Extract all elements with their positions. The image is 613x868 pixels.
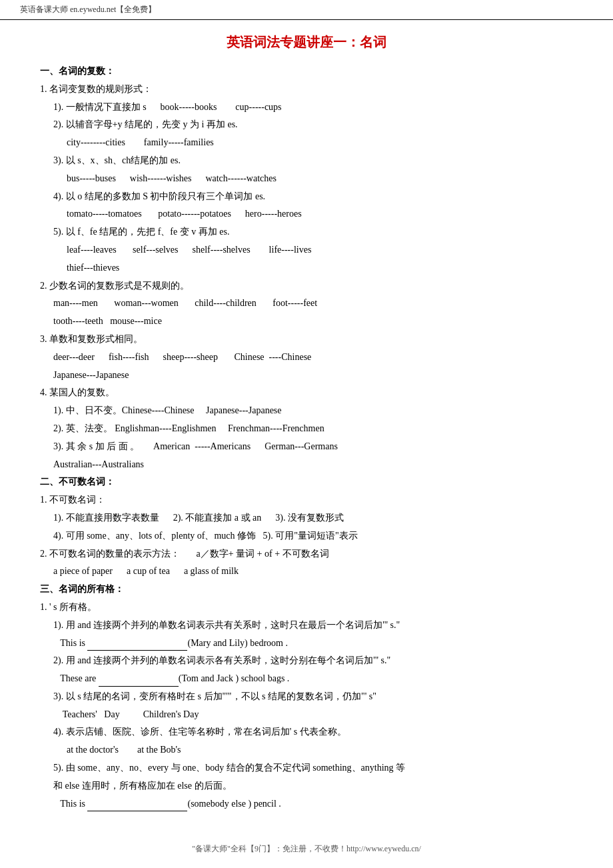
uncountable-amount-title: 2. 不可数名词的数量的表示方法： a／数字+ 量词 + of + 不可数名词 (40, 546, 573, 562)
header-bar: 英语备课大师 en.eywedu.net【全免费】 (0, 0, 613, 20)
rule2: 2). 以辅音字母+y 结尾的，先变 y 为 i 再加 es. (40, 117, 573, 133)
sub4-title: 4. 某国人的复数。 (40, 385, 573, 401)
sub3-examples2: Japanese---Japanese (40, 367, 573, 383)
rule5-examples2: thief---thieves (40, 260, 573, 276)
footer: "备课大师"全科【9门】：免注册，不收费！http://www.eywedu.c… (0, 843, 613, 855)
sub4-rule1: 1). 中、日不变。Chinese----Chinese Japanese---… (40, 403, 573, 419)
sub4-rule3: 3). 其 余 s 加 后 面 。 American -----American… (40, 439, 573, 455)
sub2-examples1: man----men woman---women child----childr… (40, 295, 573, 311)
section-2-title: 二、不可数名词： (40, 474, 573, 490)
possessive-rule5: 5). 由 some、any、no、every 与 one、body 结合的复合… (40, 760, 573, 776)
possessive-rule5-example: This is (somebody else ) pencil . (40, 796, 573, 812)
possessive-rule4: 4). 表示店铺、医院、诊所、住宅等名称时，常在名词后加' s 代表全称。 (40, 724, 573, 740)
uncountable-rule2: 4). 可用 some、any、lots of、plenty of、much 修… (40, 528, 573, 544)
rule3-examples: bus-----buses wish------wishes watch----… (40, 171, 573, 187)
sub4-rule2: 2). 英、法变。 Englishman----Englishmen Frenc… (40, 421, 573, 437)
possessive-title: 1. ' s 所有格。 (40, 599, 573, 615)
content: 英语词法专题讲座一：名词 一、名词的复数： 1. 名词变复数的规则形式： 1).… (0, 20, 613, 833)
footer-text: "备课大师"全科【9门】：免注册，不收费！http://www.eywedu.c… (192, 844, 421, 853)
possessive-rule1-example: This is (Mary and Lily) bedroom . (40, 635, 573, 651)
possessive-rule4-example: at the doctor's at the Bob's (40, 742, 573, 758)
rule2-examples: city--------cities family-----families (40, 135, 573, 151)
sub2-examples2: tooth----teeth mouse---mice (40, 313, 573, 329)
section-1-title: 一、名词的复数： (40, 63, 573, 79)
rule3: 3). 以 s、x、sh、ch结尾的加 es. (40, 153, 573, 169)
rule4: 4). 以 o 结尾的多数加 S 初中阶段只有三个单词加 es. (40, 189, 573, 205)
uncountable-title: 1. 不可数名词： (40, 492, 573, 508)
rule1: 1). 一般情况下直接加 s book-----books cup-----cu… (40, 99, 573, 115)
uncountable-amount-examples: a piece of paper a cup of tea a glass of… (40, 563, 573, 579)
sub2-title: 2. 少数名词的复数形式是不规则的。 (40, 278, 573, 294)
blank-2 (99, 686, 179, 687)
blank-1 (87, 650, 187, 651)
possessive-rule3: 3). 以 s 结尾的名词，变所有格时在 s 后加"'"，不以 s 结尾的复数名… (40, 689, 573, 705)
possessive-rule2-example: These are (Tom and Jack ) school bags . (40, 671, 573, 687)
possessive-rule2: 2). 用 and 连接两个并列的单数名词表示各有关系时，这时分别在每个名词后加… (40, 653, 573, 669)
sub3-title: 3. 单数和复数形式相同。 (40, 331, 573, 347)
page: 英语备课大师 en.eywedu.net【全免费】 英语词法专题讲座一：名词 一… (0, 0, 613, 868)
possessive-rule1: 1). 用 and 连接两个并列的单数名词表示共有关系时，这时只在最后一个名词后… (40, 617, 573, 633)
section-3-title: 三、名词的所有格： (40, 581, 573, 597)
sub3-examples1: deer---deer fish----fish sheep----sheep … (40, 349, 573, 365)
page-title: 英语词法专题讲座一：名词 (40, 33, 573, 51)
rule4-examples: tomato-----tomatoes potato------potatoes… (40, 206, 573, 222)
sub4-rule3b: Australian---Australians (40, 457, 573, 473)
rule5-examples1: leaf----leaves self---selves shelf----sh… (40, 242, 573, 258)
blank-3 (87, 811, 187, 811)
uncountable-rule1: 1). 不能直接用数字表数量 2). 不能直接加 a 或 an 3). 没有复数… (40, 510, 573, 526)
header-text: 英语备课大师 en.eywedu.net【全免费】 (20, 5, 156, 14)
possessive-rule3-example: Teachers' Day Children's Day (40, 707, 573, 723)
rule5: 5). 以 f、fe 结尾的，先把 f、fe 变 v 再加 es. (40, 224, 573, 240)
possessive-rule5b: 和 else 连用时，所有格应加在 else 的后面。 (40, 778, 573, 794)
sub1-title: 1. 名词变复数的规则形式： (40, 81, 573, 97)
